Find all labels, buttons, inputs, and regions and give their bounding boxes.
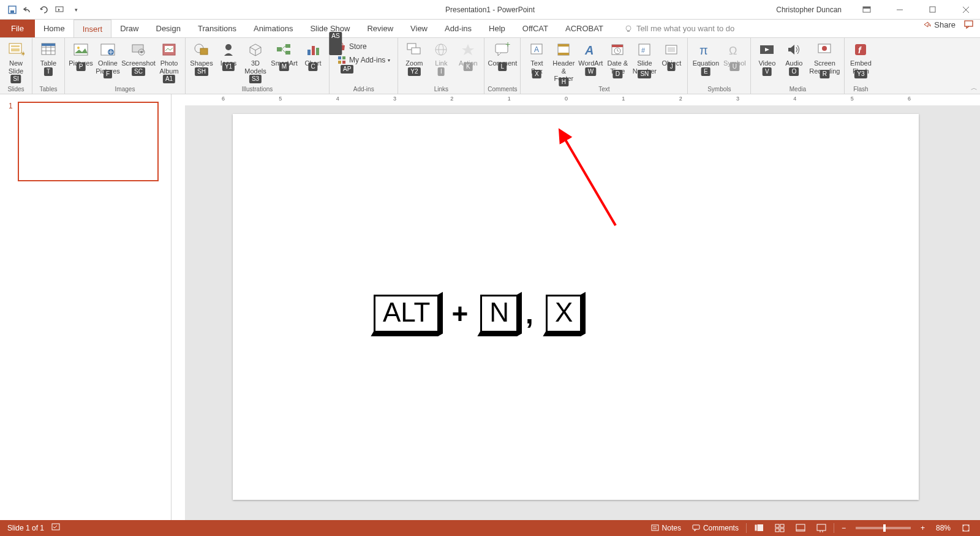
tab-draw[interactable]: Draw bbox=[111, 20, 147, 37]
svg-rect-14 bbox=[11, 48, 20, 51]
group-symbols: π Equation ▾ E Ω Symbol U Symbols bbox=[688, 38, 751, 94]
vertical-ruler[interactable] bbox=[172, 105, 185, 520]
zoom-button[interactable]: Zoom ▾ Y2 bbox=[401, 39, 428, 74]
link-button: Link ▾ I bbox=[428, 39, 454, 74]
tab-acrobat[interactable]: ACROBAT bbox=[557, 20, 612, 37]
slide-canvas[interactable]: ALT + N , X bbox=[233, 114, 919, 500]
tab-addins[interactable]: Add-ins bbox=[436, 20, 480, 37]
tell-me-placeholder: Tell me what you want to do bbox=[636, 24, 734, 33]
group-media: Video ▾ V Audio ▾ O Screen Recording R M… bbox=[751, 38, 845, 94]
smartart-icon bbox=[274, 40, 294, 59]
online-pictures-button[interactable]: Online Pictures F bbox=[94, 39, 121, 76]
group-illustrations: Shapes ▾ SH Icons Y1 3D Models ▾ S3 Smar… bbox=[186, 38, 330, 94]
wordart-icon: A bbox=[581, 40, 600, 59]
tab-home[interactable]: Home bbox=[35, 20, 74, 37]
close-button[interactable] bbox=[952, 0, 980, 20]
object-button[interactable]: Object J bbox=[658, 39, 685, 69]
notes-icon bbox=[651, 524, 660, 532]
svg-rect-63 bbox=[668, 47, 675, 52]
store-button[interactable]: AS Store bbox=[334, 40, 393, 53]
smartart-button[interactable]: SmartArt M bbox=[269, 39, 300, 69]
maximize-button[interactable] bbox=[919, 0, 947, 20]
tell-me-search[interactable]: Tell me what you want to do bbox=[624, 20, 734, 37]
slide-number-button[interactable]: # Slide Number SN bbox=[631, 39, 658, 76]
photo-album-button[interactable]: Photo Album ▾ A1 bbox=[156, 39, 183, 81]
quick-access-toolbar: ▾ bbox=[0, 5, 81, 15]
feedback-icon[interactable] bbox=[964, 20, 974, 29]
svg-rect-85 bbox=[817, 524, 826, 530]
redo-icon[interactable] bbox=[39, 5, 49, 15]
svg-point-68 bbox=[822, 46, 827, 51]
text-box-button[interactable]: A Text Box X bbox=[523, 39, 550, 76]
date-time-button[interactable]: Date & Time D bbox=[604, 39, 631, 76]
share-icon bbox=[923, 20, 932, 29]
action-icon bbox=[458, 40, 478, 59]
comment-button[interactable]: + Comment L bbox=[487, 39, 518, 69]
tab-insert[interactable]: Insert bbox=[74, 20, 112, 37]
collapse-ribbon-icon[interactable]: ︿ bbox=[971, 83, 978, 92]
new-slide-button[interactable]: ✶ New Slide ▾ SI bbox=[2, 39, 29, 81]
status-bar: Slide 1 of 1 Notes Comments − + 88% bbox=[0, 520, 980, 536]
tab-view[interactable]: View bbox=[402, 20, 436, 37]
start-from-beginning-icon[interactable] bbox=[55, 5, 65, 15]
header-footer-button[interactable]: Header & Footer H bbox=[550, 39, 577, 84]
spellcheck-icon[interactable] bbox=[51, 523, 61, 534]
zoom-out-button[interactable]: − bbox=[837, 520, 851, 536]
chart-icon bbox=[303, 40, 323, 59]
table-button[interactable]: Table ▾ T bbox=[35, 39, 62, 74]
normal-view-button[interactable] bbox=[749, 520, 769, 536]
screen-recording-button[interactable]: Screen Recording R bbox=[807, 39, 842, 76]
slide-thumbnail-1[interactable] bbox=[18, 102, 159, 181]
my-addins-button[interactable]: My Add-ins ▾ AP bbox=[334, 54, 393, 66]
user-name[interactable]: Christopher Duncan bbox=[776, 6, 842, 14]
3d-models-button[interactable]: 3D Models ▾ S3 bbox=[242, 39, 269, 81]
pictures-button[interactable]: Pictures P bbox=[67, 39, 94, 69]
reading-view-button[interactable] bbox=[791, 520, 810, 536]
svg-rect-77 bbox=[755, 524, 763, 531]
slide-counter[interactable]: Slide 1 of 1 bbox=[7, 524, 44, 532]
svg-rect-54 bbox=[558, 44, 569, 47]
svg-point-28 bbox=[140, 51, 143, 53]
icons-button[interactable]: Icons Y1 bbox=[215, 39, 242, 69]
ribbon-display-options-icon[interactable] bbox=[853, 0, 881, 20]
svg-rect-73 bbox=[652, 525, 658, 530]
tab-help[interactable]: Help bbox=[480, 20, 514, 37]
minimize-button[interactable] bbox=[886, 0, 914, 20]
tab-review[interactable]: Review bbox=[358, 20, 402, 37]
tab-design[interactable]: Design bbox=[148, 20, 189, 37]
svg-rect-4 bbox=[863, 7, 870, 9]
my-addins-icon bbox=[337, 55, 347, 65]
tab-animations[interactable]: Animations bbox=[245, 20, 301, 37]
comments-icon bbox=[692, 524, 701, 532]
horizontal-ruler[interactable]: 6543210123456 bbox=[172, 94, 980, 105]
screenshot-button[interactable]: Screenshot ▾ SC bbox=[121, 39, 156, 74]
comments-button[interactable]: Comments bbox=[687, 520, 744, 536]
qat-dropdown-icon[interactable]: ▾ bbox=[71, 5, 81, 15]
text-box-icon: A bbox=[527, 40, 546, 59]
video-button[interactable]: Video ▾ V bbox=[753, 39, 780, 74]
embed-flash-icon: f bbox=[851, 40, 870, 59]
tab-file[interactable]: File bbox=[0, 20, 35, 37]
save-icon[interactable] bbox=[7, 5, 17, 15]
share-button[interactable]: Share bbox=[923, 20, 956, 29]
shapes-button[interactable]: Shapes ▾ SH bbox=[188, 39, 215, 74]
wordart-button[interactable]: A WordArt ▾ W bbox=[577, 39, 604, 74]
slideshow-view-button[interactable] bbox=[812, 520, 831, 536]
audio-button[interactable]: Audio ▾ O bbox=[780, 39, 807, 74]
chart-button[interactable]: Chart C bbox=[300, 39, 326, 69]
tab-offcat[interactable]: OffCAT bbox=[514, 20, 557, 37]
equation-button[interactable]: π Equation ▾ E bbox=[690, 39, 721, 74]
icons-icon bbox=[219, 40, 238, 59]
ribbon: ✶ New Slide ▾ SI Slides Table ▾ T Tables… bbox=[0, 38, 980, 94]
symbol-button: Ω Symbol U bbox=[721, 39, 748, 69]
photo-album-icon bbox=[159, 40, 179, 59]
zoom-level[interactable]: 88% bbox=[931, 520, 956, 536]
zoom-slider[interactable] bbox=[856, 527, 911, 529]
slide-sorter-button[interactable] bbox=[770, 520, 790, 536]
fit-to-window-button[interactable] bbox=[957, 520, 975, 536]
tab-transitions[interactable]: Transitions bbox=[189, 20, 245, 37]
embed-flash-button[interactable]: f Embed Flash Y3 bbox=[847, 39, 874, 76]
notes-button[interactable]: Notes bbox=[646, 520, 686, 536]
zoom-in-button[interactable]: + bbox=[916, 520, 930, 536]
undo-icon[interactable] bbox=[23, 5, 33, 15]
